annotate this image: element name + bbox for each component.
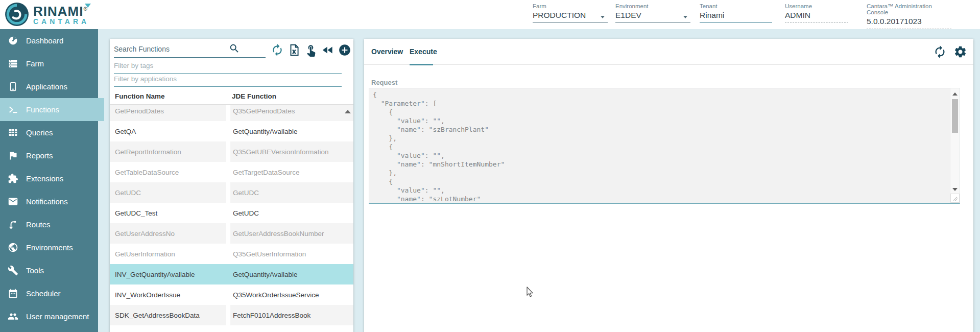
sidebar-item-queries[interactable]: Queries xyxy=(0,121,98,144)
functions-panel: Function Name JDE Function GetPeriodDate… xyxy=(110,39,353,332)
logo-accent-mark xyxy=(85,4,91,8)
function-name-cell[interactable]: GetPeriodDates xyxy=(110,105,226,121)
table-row[interactable]: INV_GetQuantityAvailableGetQuantityAvail… xyxy=(110,264,353,284)
column-gap xyxy=(226,121,230,141)
sidebar-item-tools[interactable]: Tools xyxy=(0,259,98,282)
table-row[interactable]: GetQAGetQuantityAvailable xyxy=(110,121,353,141)
applications-icon xyxy=(8,81,18,92)
console-version-label: Cantara™ Administration Console xyxy=(867,3,951,15)
table-row[interactable]: GetUserInformationQ35GetUserInformation xyxy=(110,244,353,264)
brand-text: RINAMI® CANTARA xyxy=(33,3,89,27)
hand-pointer-icon[interactable] xyxy=(304,43,318,57)
sidebar-item-extensions[interactable]: Extensions xyxy=(0,167,98,190)
function-name-cell[interactable]: GetUDC xyxy=(110,182,226,203)
excel-export-icon[interactable] xyxy=(288,43,301,57)
header-field-tenant[interactable]: TenantRinami xyxy=(700,3,772,23)
scrollbar-thumb[interactable] xyxy=(952,99,958,133)
sidebar-item-routes[interactable]: Routes xyxy=(0,213,98,236)
table-row[interactable]: INV_WorkOrderIssueQ35WorkOrderIssueServi… xyxy=(110,284,353,305)
add-icon[interactable] xyxy=(338,43,351,57)
refresh-icon[interactable] xyxy=(271,43,284,57)
active-tab-underline xyxy=(410,64,433,65)
column-gap xyxy=(226,264,230,284)
function-name-cell[interactable]: GetQA xyxy=(110,121,226,141)
table-row[interactable]: GetUDCGetUDC xyxy=(110,182,353,203)
header-field-console-version: Cantara™ Administration Console5.0.0.201… xyxy=(867,3,951,29)
request-json-content[interactable]: { "Parameter": [ { "value": "", "name": … xyxy=(369,88,960,204)
table-row[interactable]: GetUDC_TestGetUDC xyxy=(110,203,353,223)
table-row[interactable]: SDK_GetAddressBookDataFetchF0101AddressB… xyxy=(110,305,353,325)
header-field-username: UsernameADMIN xyxy=(785,3,848,23)
table-row[interactable]: GetPeriodDatesQ35GetPeriodDates xyxy=(110,105,353,121)
tab-execute[interactable]: Execute xyxy=(410,39,437,65)
sidebar-item-label: Queries xyxy=(26,128,53,137)
jde-function-cell[interactable]: GetUserAddressBookNumber xyxy=(230,223,353,244)
jde-function-cell[interactable]: Q35GetPeriodDates xyxy=(230,105,353,121)
sidebar-item-applications[interactable]: Applications xyxy=(0,75,98,98)
jde-function-cell[interactable]: GetQuantityAvailable xyxy=(230,264,353,284)
jde-function-cell[interactable]: Q35WorkOrderIssueService xyxy=(230,284,353,305)
function-name-cell[interactable]: GetTableDataSource xyxy=(110,162,226,182)
function-name-cell[interactable]: INV_GetQuantityAvailable xyxy=(110,264,226,284)
function-name-cell[interactable]: GetReportInformation xyxy=(110,141,226,162)
sidebar-item-reports[interactable]: Reports xyxy=(0,144,98,167)
jde-function-cell[interactable]: GetUDC xyxy=(230,182,353,203)
sidebar-item-label: Dashboard xyxy=(26,36,63,45)
function-name-cell[interactable]: GetUserInformation xyxy=(110,244,226,264)
refresh-icon[interactable] xyxy=(933,45,947,59)
tenant-value[interactable]: Rinami xyxy=(700,11,772,23)
top-header: RINAMI® CANTARA FarmPRODUCTIONEnvironmen… xyxy=(0,0,980,29)
sidebar-item-dashboard[interactable]: Dashboard xyxy=(0,29,98,52)
function-detail-panel: Overview Execute Request { "Parameter": … xyxy=(364,39,973,332)
table-row[interactable]: GetReportInformationQ35GetUBEVersionInfo… xyxy=(110,141,353,162)
table-row[interactable]: GetTableDataSourceGetTargetDataSource xyxy=(110,162,353,182)
header-field-farm[interactable]: FarmPRODUCTION xyxy=(533,3,608,23)
chevron-down-icon[interactable] xyxy=(683,16,687,18)
function-name-cell[interactable]: GetUDC_Test xyxy=(110,203,226,223)
rewind-icon[interactable] xyxy=(321,43,334,57)
filter-applications-input[interactable] xyxy=(114,74,342,87)
request-json-textarea[interactable]: { "Parameter": [ { "value": "", "name": … xyxy=(369,88,960,204)
table-row[interactable]: GetUserAddressNoGetUserAddressBookNumber xyxy=(110,223,353,244)
textarea-scrollbar[interactable] xyxy=(950,88,960,194)
tab-overview[interactable]: Overview xyxy=(371,39,403,65)
search-icon[interactable] xyxy=(229,43,240,54)
jde-function-cell[interactable]: Q35GetUserInformation xyxy=(230,244,353,264)
function-name-cell[interactable]: SDK_GetAddressBookData xyxy=(110,305,226,325)
column-gap xyxy=(226,305,230,325)
header-field-environment[interactable]: EnvironmentE1DEV xyxy=(615,3,690,23)
farm-value[interactable]: PRODUCTION xyxy=(533,11,608,23)
farm-icon xyxy=(8,58,18,69)
column-gap xyxy=(226,223,230,244)
environment-value[interactable]: E1DEV xyxy=(615,11,690,23)
gear-icon[interactable] xyxy=(953,45,967,59)
notifications-icon xyxy=(8,196,18,207)
sidebar-item-user-management[interactable]: User management xyxy=(0,305,98,328)
sidebar-item-functions[interactable]: Functions xyxy=(0,98,104,121)
jde-function-cell[interactable]: FetchF0101AddressBook xyxy=(230,305,353,325)
filter-tags-input[interactable] xyxy=(114,60,342,74)
textarea-resize-handle[interactable] xyxy=(950,194,960,203)
scroll-up-arrow-icon[interactable] xyxy=(952,92,958,96)
sidebar-item-label: Routes xyxy=(26,220,51,229)
function-name-cell[interactable]: GetUserAddressNo xyxy=(110,223,226,244)
jde-function-cell[interactable]: GetQuantityAvailable xyxy=(230,121,353,141)
cantara-admin-console: RINAMI® CANTARA FarmPRODUCTIONEnvironmen… xyxy=(0,0,980,332)
sidebar-item-label: Extensions xyxy=(26,174,63,183)
sidebar-item-label: Farm xyxy=(26,59,44,68)
sidebar-item-scheduler[interactable]: Scheduler xyxy=(0,282,98,305)
resize-grip-icon xyxy=(951,194,959,202)
sidebar-item-notifications[interactable]: Notifications xyxy=(0,190,98,213)
jde-function-cell[interactable]: Q35GetUBEVersionInformation xyxy=(230,141,353,162)
search-input[interactable] xyxy=(114,43,266,58)
table-scroll-up-arrow[interactable] xyxy=(345,110,351,113)
jde-function-cell[interactable]: GetUDC xyxy=(230,203,353,223)
scheduler-icon xyxy=(8,288,18,299)
sidebar-item-farm[interactable]: Farm xyxy=(0,52,98,75)
chevron-down-icon[interactable] xyxy=(601,16,605,18)
scroll-down-arrow-icon[interactable] xyxy=(952,188,958,191)
jde-function-cell[interactable]: GetTargetDataSource xyxy=(230,162,353,182)
functions-icon xyxy=(8,104,18,115)
function-name-cell[interactable]: INV_WorkOrderIssue xyxy=(110,284,226,305)
sidebar-item-environments[interactable]: Environments xyxy=(0,236,98,259)
